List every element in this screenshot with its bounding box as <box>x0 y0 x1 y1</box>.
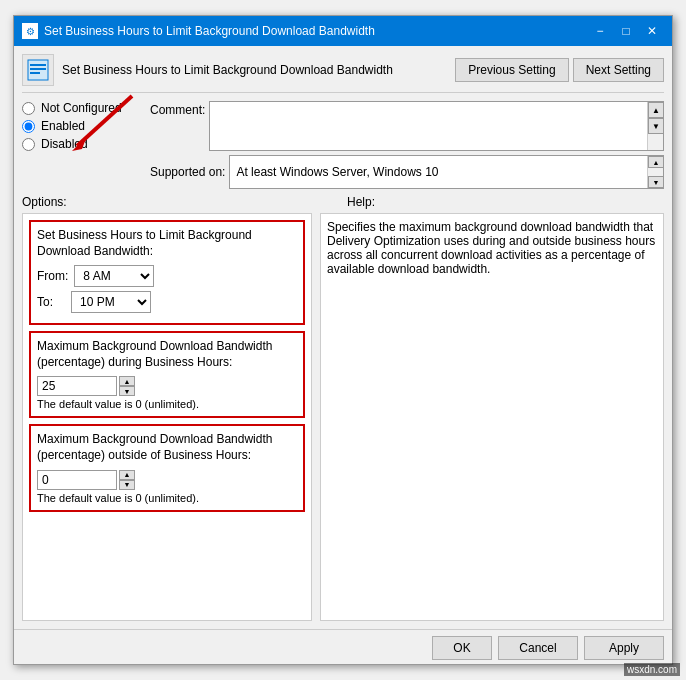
svg-rect-3 <box>30 72 40 74</box>
to-row: To: 12 AM1 AM2 AM3 AM4 AM5 AM6 AM7 AM8 A… <box>37 291 297 313</box>
enabled-label: Enabled <box>41 119 85 133</box>
to-label: To: <box>37 295 65 309</box>
close-button[interactable]: ✕ <box>640 21 664 41</box>
cancel-button[interactable]: Cancel <box>498 636 578 660</box>
to-select[interactable]: 12 AM1 AM2 AM3 AM4 AM5 AM6 AM7 AM8 AM9 A… <box>71 291 151 313</box>
comment-scroll-track: ▲ ▼ <box>647 102 663 150</box>
outside-hours-default: The default value is 0 (unlimited). <box>37 492 297 504</box>
title-bar-left: ⚙ Set Business Hours to Limit Background… <box>22 23 375 39</box>
supported-group: Supported on: At least Windows Server, W… <box>150 155 664 189</box>
maximize-button[interactable]: □ <box>614 21 638 41</box>
top-header-buttons: Previous Setting Next Setting <box>455 58 664 82</box>
during-hours-spinner-buttons: ▲ ▼ <box>119 376 135 396</box>
main-panels: Set Business Hours to Limit Background D… <box>22 213 664 621</box>
not-configured-radio[interactable] <box>22 102 35 115</box>
svg-rect-2 <box>30 68 46 70</box>
supported-value: At least Windows Server, Windows 10 <box>230 156 647 188</box>
help-section-label: Help: <box>347 195 664 209</box>
comment-label: Comment: <box>150 103 205 117</box>
bottom-bar: OK Cancel Apply <box>14 629 672 664</box>
minimize-button[interactable]: − <box>588 21 612 41</box>
outside-hours-title: Maximum Background Download Bandwidth (p… <box>37 432 297 463</box>
during-hours-box: Maximum Background Download Bandwidth (p… <box>29 331 305 418</box>
outside-hours-spinner-group: ▲ ▼ <box>37 470 297 490</box>
title-bar: ⚙ Set Business Hours to Limit Background… <box>14 16 672 46</box>
during-hours-spinner-row: ▲ ▼ <box>37 376 297 396</box>
outside-hours-box: Maximum Background Download Bandwidth (p… <box>29 424 305 511</box>
business-hours-box: Set Business Hours to Limit Background D… <box>29 220 305 325</box>
help-text: Specifies the maximum background downloa… <box>327 220 657 276</box>
outside-hours-spin-down[interactable]: ▼ <box>119 480 135 490</box>
supported-label: Supported on: <box>150 165 225 179</box>
not-configured-label: Not Configured <box>41 101 122 115</box>
next-setting-button[interactable]: Next Setting <box>573 58 664 82</box>
section-labels: Options: Help: <box>22 195 664 209</box>
disabled-label: Disabled <box>41 137 88 151</box>
comment-textarea-wrapper: ▲ ▼ <box>209 101 664 151</box>
options-section-label: Options: <box>22 195 339 209</box>
enabled-radio[interactable] <box>22 120 35 133</box>
main-window: ⚙ Set Business Hours to Limit Background… <box>13 15 673 665</box>
comment-textarea[interactable] <box>210 102 647 150</box>
during-hours-input[interactable] <box>37 376 117 396</box>
supported-scroll-up[interactable]: ▲ <box>648 156 664 168</box>
help-panel: Specifies the maximum background downloa… <box>320 213 664 621</box>
header-title: Set Business Hours to Limit Background D… <box>62 63 455 77</box>
from-select[interactable]: 12 AM1 AM2 AM3 AM4 AM5 AM6 AM7 AM8 AM9 A… <box>74 265 154 287</box>
supported-scroll-down[interactable]: ▼ <box>648 176 664 188</box>
outside-hours-input[interactable] <box>37 470 117 490</box>
top-header: Set Business Hours to Limit Background D… <box>22 54 664 93</box>
outside-hours-spinner-row: ▲ ▼ <box>37 470 297 490</box>
window-title: Set Business Hours to Limit Background D… <box>44 24 375 38</box>
during-hours-spin-up[interactable]: ▲ <box>119 376 135 386</box>
title-bar-controls: − □ ✕ <box>588 21 664 41</box>
policy-icon <box>22 54 54 86</box>
from-label: From: <box>37 269 68 283</box>
content-area: Set Business Hours to Limit Background D… <box>14 46 672 629</box>
options-panel: Set Business Hours to Limit Background D… <box>22 213 312 621</box>
ok-button[interactable]: OK <box>432 636 492 660</box>
comment-group: Comment: ▲ ▼ <box>150 101 664 151</box>
during-hours-default: The default value is 0 (unlimited). <box>37 398 297 410</box>
during-hours-spin-down[interactable]: ▼ <box>119 386 135 396</box>
comment-supported-section: Comment: ▲ ▼ Supported on: At least Wind… <box>150 101 664 189</box>
apply-button[interactable]: Apply <box>584 636 664 660</box>
top-header-left: Set Business Hours to Limit Background D… <box>22 54 455 86</box>
comment-scroll-up[interactable]: ▲ <box>648 102 664 118</box>
from-row: From: 12 AM1 AM2 AM3 AM4 AM5 AM6 AM7 AM8… <box>37 265 297 287</box>
supported-scroll-track: ▲ ▼ <box>647 156 663 188</box>
radio-section: Not Configured Enabled Disabled <box>22 101 142 189</box>
window-icon: ⚙ <box>22 23 38 39</box>
disabled-radio[interactable] <box>22 138 35 151</box>
supported-row: At least Windows Server, Windows 10 ▲ ▼ <box>229 155 664 189</box>
business-hours-title: Set Business Hours to Limit Background D… <box>37 228 297 259</box>
outside-hours-spin-up[interactable]: ▲ <box>119 470 135 480</box>
svg-rect-1 <box>30 64 46 66</box>
previous-setting-button[interactable]: Previous Setting <box>455 58 568 82</box>
watermark: wsxdn.com <box>624 663 680 676</box>
comment-scroll-down[interactable]: ▼ <box>648 118 664 134</box>
during-hours-spinner-group: ▲ ▼ <box>37 376 297 396</box>
outside-hours-spinner-buttons: ▲ ▼ <box>119 470 135 490</box>
during-hours-title: Maximum Background Download Bandwidth (p… <box>37 339 297 370</box>
